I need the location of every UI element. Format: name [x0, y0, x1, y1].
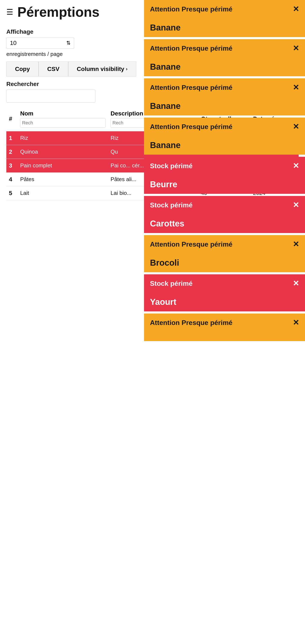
notif-header: Attention Presque périmé ✕: [144, 314, 305, 332]
notif-title: Attention Presque périmé: [150, 5, 232, 13]
notification-card: Stock périmé ✕ Beurre: [144, 157, 305, 194]
rechercher-input[interactable]: [6, 90, 95, 102]
close-icon[interactable]: ✕: [293, 240, 299, 249]
notif-header: Stock périmé ✕: [144, 196, 305, 214]
notif-body: Yaourt: [144, 292, 305, 312]
chevron-down-icon: ›: [126, 66, 128, 72]
notif-header: Attention Presque périmé ✕: [144, 118, 305, 136]
notif-title: Attention Presque périmé: [150, 44, 232, 52]
notification-card: Stock périmé ✕ Yaourt: [144, 274, 305, 312]
close-icon[interactable]: ✕: [293, 318, 299, 327]
cell-id: 2: [6, 145, 18, 159]
close-icon[interactable]: ✕: [293, 44, 299, 53]
notif-header: Attention Presque périmé ✕: [144, 0, 305, 18]
cell-nom: Pain complet: [18, 159, 108, 173]
notification-card: Attention Presque périmé ✕: [144, 314, 305, 341]
notif-title: Stock périmé: [150, 201, 192, 209]
notif-body: Brocoli: [144, 253, 305, 272]
notification-card: Attention Presque périmé ✕ Banane: [144, 0, 305, 37]
close-icon[interactable]: ✕: [293, 83, 299, 92]
cell-id: 1: [6, 131, 18, 145]
notif-body: Carottes: [144, 214, 305, 233]
cell-nom: Quinoa: [18, 145, 108, 159]
col-header-nom: Nom: [18, 107, 108, 131]
notif-header: Attention Presque périmé ✕: [144, 39, 305, 58]
cell-id: 5: [6, 186, 18, 200]
csv-button[interactable]: CSV: [38, 62, 68, 76]
notif-body: [144, 332, 305, 341]
notif-header: Attention Presque périmé ✕: [144, 235, 305, 253]
close-icon[interactable]: ✕: [293, 122, 299, 131]
notif-body: Banane: [144, 136, 305, 155]
cell-id: 4: [6, 173, 18, 186]
notif-header: Stock périmé ✕: [144, 157, 305, 175]
notif-body: Banane: [144, 18, 305, 37]
copy-button[interactable]: Copy: [6, 62, 38, 76]
close-icon[interactable]: ✕: [293, 5, 299, 14]
notif-body: Banane: [144, 96, 305, 116]
column-visibility-button[interactable]: Column visibility ›: [68, 62, 136, 76]
cell-nom: Lait: [18, 186, 108, 200]
notif-title: Attention Presque périmé: [150, 240, 232, 248]
notification-card: Attention Presque périmé ✕ Banane: [144, 39, 305, 76]
notification-card: Attention Presque périmé ✕ Banane: [144, 78, 305, 116]
notification-card: Attention Presque périmé ✕ Brocoli: [144, 235, 305, 272]
notif-body: Beurre: [144, 175, 305, 194]
notif-title: Stock périmé: [150, 162, 192, 170]
filter-nom[interactable]: [20, 118, 106, 128]
affichage-input-wrapper: ⇅: [6, 37, 74, 49]
affichage-spinner[interactable]: ⇅: [66, 40, 70, 46]
affichage-number-input[interactable]: [10, 40, 58, 46]
close-icon[interactable]: ✕: [293, 200, 299, 210]
notif-title: Stock périmé: [150, 280, 192, 288]
notif-header: Attention Presque périmé ✕: [144, 78, 305, 96]
cell-nom: Pâtes: [18, 173, 108, 186]
notification-card: Attention Presque périmé ✕ Banane: [144, 118, 305, 155]
close-icon[interactable]: ✕: [293, 279, 299, 288]
notification-card: Stock périmé ✕ Carottes: [144, 196, 305, 233]
hamburger-icon[interactable]: ☰: [6, 8, 13, 16]
notif-title: Attention Presque périmé: [150, 84, 232, 92]
cell-id: 3: [6, 159, 18, 173]
notif-header: Stock périmé ✕: [144, 274, 305, 292]
notif-body: Banane: [144, 58, 305, 76]
close-icon[interactable]: ✕: [293, 162, 299, 170]
notif-title: Attention Presque périmé: [150, 123, 232, 131]
page-title: Péremptions: [17, 4, 100, 20]
col-header-id: #: [6, 107, 18, 131]
cell-nom: Riz: [18, 131, 108, 145]
notif-title: Attention Presque périmé: [150, 319, 232, 327]
